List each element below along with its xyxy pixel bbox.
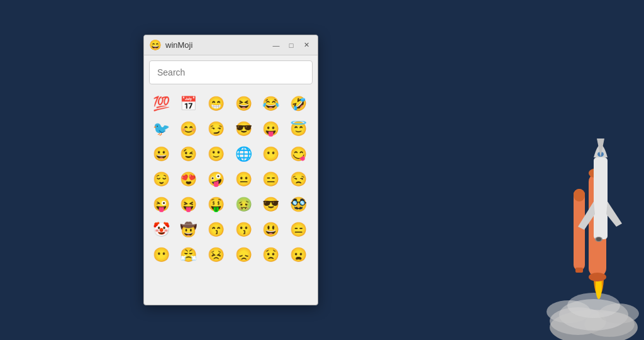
emoji-item[interactable]: 😤 [177, 243, 201, 267]
maximize-button[interactable]: □ [285, 39, 297, 52]
emoji-item[interactable]: 😀 [149, 142, 173, 166]
emoji-grid-container[interactable]: 💯📅😁😆😂🤣🐦😊😏😎😛😇😀😉🙂🌐😶😋😌😍🤪😐😑😒😜😝🤑🤢😎🥸🤡🤠😙😗😃😑😶😤😣😞… [144, 89, 318, 305]
svg-point-19 [596, 237, 601, 241]
emoji-item[interactable]: 🤪 [204, 167, 228, 191]
emoji-item[interactable]: 😙 [204, 218, 228, 242]
emoji-item[interactable]: 💯 [149, 92, 173, 116]
emoji-item[interactable]: 📅 [177, 92, 201, 116]
svg-rect-11 [574, 189, 585, 201]
titlebar-controls: — □ ✕ [270, 39, 313, 52]
search-input[interactable] [149, 60, 313, 84]
svg-point-15 [589, 273, 606, 281]
emoji-item[interactable]: 😍 [177, 167, 201, 191]
emoji-item[interactable]: 🐦 [149, 117, 173, 141]
emoji-item[interactable]: 😶 [259, 142, 283, 166]
emoji-item[interactable]: 🙂 [204, 142, 228, 166]
emoji-item[interactable]: 😣 [204, 243, 228, 267]
minimize-button[interactable]: — [270, 39, 282, 52]
emoji-item[interactable]: 😶 [149, 243, 173, 267]
emoji-item[interactable]: 😗 [231, 218, 255, 242]
emoji-item[interactable]: 😌 [149, 167, 173, 191]
emoji-item[interactable]: 😆 [231, 92, 255, 116]
emoji-item[interactable]: 😦 [286, 243, 310, 267]
emoji-item[interactable]: 😎 [259, 193, 283, 217]
emoji-item[interactable]: 😇 [286, 117, 310, 141]
titlebar: 😄 winMoji — □ ✕ [144, 35, 318, 55]
app-title: winMoji [165, 40, 270, 50]
emoji-item[interactable]: 😛 [259, 117, 283, 141]
emoji-item[interactable]: 😐 [231, 167, 255, 191]
winmoji-window: 😄 winMoji — □ ✕ 💯📅😁😆😂🤣🐦😊😏😎😛😇😀😉🙂🌐😶😋😌😍🤪😐😑😒… [143, 35, 318, 305]
emoji-item[interactable]: 🤑 [204, 193, 228, 217]
rocket-illustration [543, 76, 644, 340]
close-button[interactable]: ✕ [300, 39, 313, 52]
emoji-item[interactable]: 🌐 [231, 142, 255, 166]
emoji-item[interactable]: 🤢 [231, 193, 255, 217]
svg-rect-16 [594, 157, 608, 239]
emoji-item[interactable]: 😃 [259, 218, 283, 242]
emoji-item[interactable]: 😊 [177, 117, 201, 141]
emoji-item[interactable]: 🤡 [149, 218, 173, 242]
emoji-item[interactable]: 😁 [204, 92, 228, 116]
svg-point-6 [567, 293, 620, 318]
emoji-item[interactable]: 😉 [177, 142, 201, 166]
emoji-item[interactable]: 😑 [286, 218, 310, 242]
emoji-item[interactable]: 🤣 [286, 92, 310, 116]
search-area [144, 55, 318, 89]
emoji-item[interactable]: 😝 [177, 193, 201, 217]
svg-rect-12 [575, 268, 583, 273]
emoji-item[interactable]: 😎 [231, 117, 255, 141]
emoji-item[interactable]: 😂 [259, 92, 283, 116]
app-icon: 😄 [149, 39, 162, 51]
emoji-item[interactable]: 😑 [259, 167, 283, 191]
emoji-item[interactable]: 😒 [286, 167, 310, 191]
emoji-item[interactable]: 😋 [286, 142, 310, 166]
emoji-item[interactable]: 😞 [231, 243, 255, 267]
emoji-grid: 💯📅😁😆😂🤣🐦😊😏😎😛😇😀😉🙂🌐😶😋😌😍🤪😐😑😒😜😝🤑🤢😎🥸🤡🤠😙😗😃😑😶😤😣😞… [149, 92, 313, 267]
emoji-item[interactable]: 😏 [204, 117, 228, 141]
emoji-item[interactable]: 😜 [149, 193, 173, 217]
emoji-item[interactable]: 🤠 [177, 218, 201, 242]
emoji-item[interactable]: 🥸 [286, 193, 310, 217]
emoji-item[interactable]: 😟 [259, 243, 283, 267]
